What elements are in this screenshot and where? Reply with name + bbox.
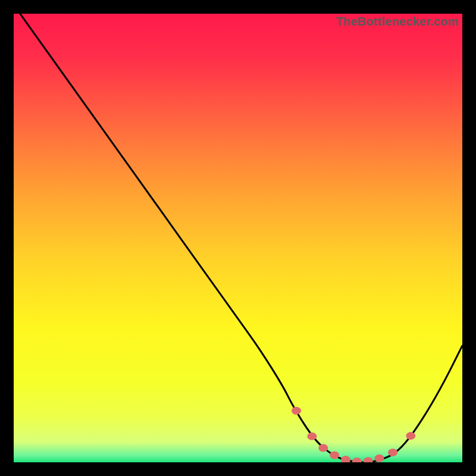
bottleneck-chart — [14, 14, 462, 462]
highlight-dot — [330, 451, 339, 459]
highlight-dot — [375, 455, 384, 462]
chart-frame: TheBottlenecker.com — [14, 14, 462, 462]
highlight-dot — [307, 433, 317, 440]
highlight-dot — [388, 449, 397, 456]
gradient-background — [14, 14, 462, 462]
highlight-dot — [318, 444, 328, 452]
highlight-dot — [406, 432, 415, 440]
highlight-dot — [292, 407, 301, 415]
attribution-label: TheBottlenecker.com — [336, 15, 459, 29]
